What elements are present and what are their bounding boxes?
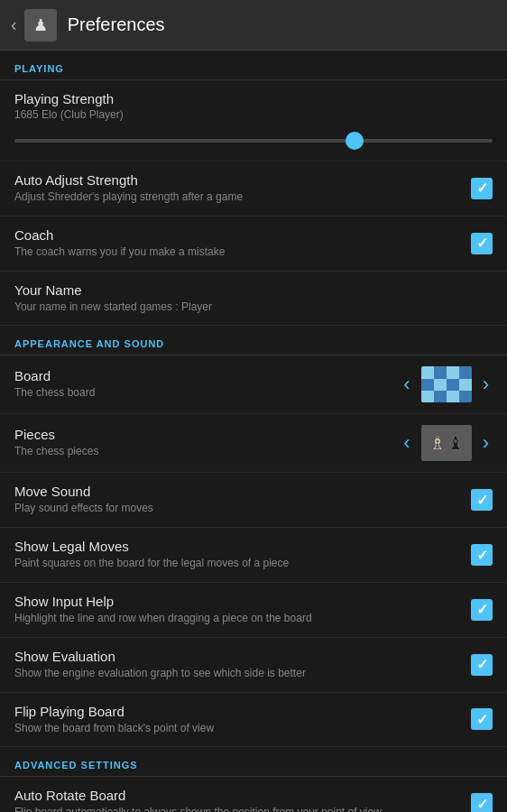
title-bar: ‹ ♟ Preferences	[0, 0, 507, 51]
pref-item-board[interactable]: Board The chess board ‹ ›	[0, 355, 507, 414]
pref-item-coach-left: Coach The coach warns you if you make a …	[14, 227, 471, 260]
playing-strength-slider[interactable]	[14, 139, 493, 143]
coach-checkbox[interactable]	[471, 233, 493, 254]
pieces-selector: ‹ ♗ ♝ ›	[400, 425, 493, 461]
pref-item-show-input-help[interactable]: Show Input Help Highlight the line and r…	[0, 583, 507, 638]
show-input-help-subtitle: Highlight the line and row when dragging…	[14, 611, 460, 626]
page-title: Preferences	[68, 14, 165, 35]
flip-playing-board-title: Flip Playing Board	[14, 704, 460, 719]
section-header-appearance: APPEARANCE AND SOUND	[0, 326, 507, 355]
board-preview	[421, 366, 472, 402]
auto-rotate-board-subtitle: Flip board automatically to always shown…	[14, 805, 460, 812]
auto-adjust-subtitle: Adjust Shredder's playing strength after…	[14, 189, 460, 205]
pref-item-show-input-help-left: Show Input Help Highlight the line and r…	[14, 594, 471, 626]
board-subtitle: The chess board	[14, 385, 389, 401]
app-icon-glyph: ♟	[33, 15, 48, 35]
white-piece-icon: ♗	[429, 432, 446, 454]
pref-item-auto-rotate-board-left: Auto Rotate Board Flip board automatical…	[14, 788, 471, 812]
pref-item-playing-strength: Playing Strength 1685 Elo (Club Player)	[0, 80, 507, 161]
show-input-help-checkbox[interactable]	[471, 599, 493, 621]
pref-item-show-evaluation-left: Show Evaluation Show the engine evaluati…	[14, 649, 471, 681]
show-evaluation-subtitle: Show the engine evaluation graph to see …	[14, 666, 460, 681]
back-button[interactable]: ‹	[11, 14, 17, 35]
pref-item-auto-adjust[interactable]: Auto Adjust Strength Adjust Shredder's p…	[0, 161, 507, 217]
section-header-advanced: ADVANCED SETTINGS	[0, 747, 507, 777]
app-icon: ♟	[24, 9, 57, 42]
move-sound-checkbox[interactable]	[471, 489, 493, 511]
pieces-title: Pieces	[14, 427, 389, 442]
show-evaluation-title: Show Evaluation	[14, 649, 460, 664]
show-evaluation-checkbox[interactable]	[471, 654, 493, 676]
board-prev-arrow[interactable]: ‹	[400, 369, 413, 400]
pref-item-your-name-left: Your Name Your name in new started games…	[14, 282, 493, 315]
auto-adjust-title: Auto Adjust Strength	[14, 172, 460, 188]
pref-item-board-left: Board The chess board	[14, 368, 400, 401]
black-piece-icon: ♝	[447, 432, 464, 454]
pref-item-coach[interactable]: Coach The coach warns you if you make a …	[0, 217, 507, 272]
show-input-help-title: Show Input Help	[14, 594, 460, 609]
pref-item-move-sound[interactable]: Move Sound Play sound effects for moves	[0, 473, 507, 528]
pref-item-your-name[interactable]: Your Name Your name in new started games…	[0, 272, 507, 327]
auto-rotate-board-title: Auto Rotate Board	[14, 788, 460, 803]
pref-item-flip-playing-board[interactable]: Flip Playing Board Show the board from b…	[0, 693, 507, 748]
playing-strength-title: Playing Strength	[14, 91, 493, 106]
pref-item-show-legal-moves[interactable]: Show Legal Moves Paint squares on the bo…	[0, 528, 507, 583]
coach-title: Coach	[14, 227, 460, 243]
auto-rotate-board-checkbox[interactable]	[471, 793, 493, 812]
your-name-subtitle: Your name in new started games : Player	[14, 300, 482, 315]
section-header-playing: PLAYING	[0, 51, 507, 80]
pieces-subtitle: The chess pieces	[14, 444, 389, 459]
pref-item-show-evaluation[interactable]: Show Evaluation Show the engine evaluati…	[0, 638, 507, 693]
pieces-prev-arrow[interactable]: ‹	[400, 428, 413, 458]
flip-playing-board-checkbox[interactable]	[471, 708, 493, 730]
flip-playing-board-subtitle: Show the board from black's point of vie…	[14, 721, 460, 736]
pref-item-flip-playing-board-left: Flip Playing Board Show the board from b…	[14, 704, 471, 736]
pref-item-auto-rotate-board[interactable]: Auto Rotate Board Flip board automatical…	[0, 777, 507, 812]
move-sound-title: Move Sound	[14, 484, 460, 499]
pieces-next-arrow[interactable]: ›	[479, 428, 493, 458]
pref-item-auto-adjust-left: Auto Adjust Strength Adjust Shredder's p…	[14, 172, 471, 205]
board-next-arrow[interactable]: ›	[479, 369, 493, 400]
coach-subtitle: The coach warns you if you make a mistak…	[14, 245, 460, 260]
pref-item-move-sound-left: Move Sound Play sound effects for moves	[14, 484, 471, 516]
show-legal-moves-checkbox[interactable]	[471, 544, 493, 566]
show-legal-moves-subtitle: Paint squares on the board for the legal…	[14, 556, 460, 571]
pieces-preview: ♗ ♝	[421, 425, 472, 461]
board-selector: ‹ ›	[400, 366, 493, 402]
board-title: Board	[14, 368, 389, 383]
pref-item-show-legal-moves-left: Show Legal Moves Paint squares on the bo…	[14, 539, 471, 571]
your-name-title: Your Name	[14, 282, 482, 298]
auto-adjust-checkbox[interactable]	[471, 178, 493, 199]
pref-item-pieces[interactable]: Pieces The chess pieces ‹ ♗ ♝ ›	[0, 414, 507, 473]
pref-item-pieces-left: Pieces The chess pieces	[14, 427, 400, 459]
move-sound-subtitle: Play sound effects for moves	[14, 501, 460, 516]
playing-strength-subtitle: 1685 Elo (Club Player)	[14, 108, 493, 121]
show-legal-moves-title: Show Legal Moves	[14, 539, 460, 554]
